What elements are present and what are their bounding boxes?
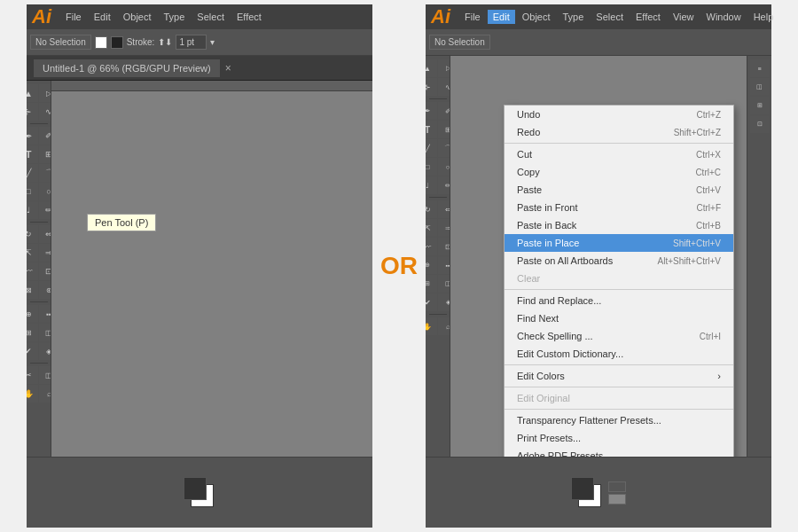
r-rect-tool[interactable]: □	[426, 158, 437, 176]
menu-paste-back[interactable]: Paste in Back Ctrl+B	[505, 216, 733, 234]
scissors-tool[interactable]: ✂	[27, 366, 38, 384]
r-type-tool[interactable]: T	[426, 121, 437, 138]
type-tool[interactable]: T	[27, 145, 38, 163]
r-add-anchor[interactable]: ✐	[438, 102, 450, 120]
r-mesh-tool[interactable]: ⊞	[426, 275, 437, 293]
foreground-color-box[interactable]	[184, 477, 207, 500]
r-area-type[interactable]: ⊞	[438, 121, 450, 138]
menu-check-spelling[interactable]: Check Spelling ... Ctrl+I	[505, 327, 733, 345]
right-menu-type[interactable]: Type	[558, 10, 590, 24]
shear-tool[interactable]: ⇒	[39, 244, 51, 262]
menu-redo[interactable]: Redo Shift+Ctrl+Z	[505, 123, 733, 141]
mesh-tool[interactable]: ⊞	[27, 324, 38, 341]
right-menu-view[interactable]: View	[668, 10, 700, 24]
r-selection-tool[interactable]: ▲	[426, 59, 437, 77]
blend-tool[interactable]: ◈	[39, 342, 51, 360]
rotate-tool[interactable]: ↻	[27, 225, 38, 243]
menu-find-replace[interactable]: Find and Replace...	[505, 292, 733, 309]
area-type-tool[interactable]: ⊞	[39, 145, 51, 163]
menu-transparency-presets[interactable]: Transparency Flattener Presets...	[505, 411, 733, 429]
selection-tool[interactable]: ▲	[27, 84, 38, 102]
right-menu-help[interactable]: Help	[748, 10, 779, 24]
r-mode-box-2[interactable]	[608, 494, 626, 505]
column-graph-tool[interactable]: ▪▪	[39, 305, 51, 323]
right-menu-edit[interactable]: Edit	[488, 10, 515, 24]
menu-custom-dict[interactable]: Edit Custom Dictionary...	[505, 345, 733, 363]
r-direct-select[interactable]: ▷	[438, 59, 450, 77]
right-menu-effect[interactable]: Effect	[630, 10, 666, 24]
lasso-tool[interactable]: ∿	[39, 103, 51, 121]
left-menu-edit[interactable]: Edit	[89, 10, 116, 24]
r-pencil-tool[interactable]: ✏	[438, 176, 450, 194]
right-menu-file[interactable]: File	[459, 10, 486, 24]
line-tool[interactable]: ╱	[27, 164, 38, 182]
left-tab-close[interactable]: ×	[225, 62, 231, 74]
r-ellipse-tool[interactable]: ○	[438, 158, 450, 176]
scale-tool[interactable]: ⇱	[27, 244, 38, 262]
warp-tool[interactable]: 〰	[27, 262, 38, 280]
r-warp-tool[interactable]: 〰	[426, 238, 437, 255]
menu-undo[interactable]: Undo Ctrl+Z	[505, 106, 733, 123]
r-magic-wand[interactable]: ⊱	[426, 78, 437, 96]
left-menu-select[interactable]: Select	[192, 10, 230, 24]
r-blend-tool[interactable]: ◈	[438, 293, 450, 311]
menu-paste-in-place[interactable]: Paste in Place Shift+Ctrl+V	[505, 234, 733, 252]
right-menu-window[interactable]: Window	[701, 10, 747, 24]
r-rotate-tool[interactable]: ↻	[426, 200, 437, 218]
menu-paste-all-artboards[interactable]: Paste on All Artboards Alt+Shift+Ctrl+V	[505, 252, 733, 270]
r-gradient-tool[interactable]: ◫	[438, 275, 450, 293]
ellipse-tool[interactable]: ○	[39, 183, 51, 200]
r-hand-tool[interactable]: ✋	[426, 317, 437, 335]
menu-pdf-presets[interactable]: Adobe PDF Presets...	[505, 447, 733, 457]
r-foreground-color[interactable]	[571, 477, 594, 500]
menu-paste-front[interactable]: Paste in Front Ctrl+F	[505, 199, 733, 216]
puppet-warp-tool[interactable]: ⊛	[39, 281, 51, 299]
r-arc-tool[interactable]: ⌒	[438, 139, 450, 157]
left-menu-type[interactable]: Type	[159, 10, 191, 24]
r-mode-box-1[interactable]	[608, 481, 626, 492]
r-color-selector[interactable]	[571, 477, 603, 509]
menu-find-next[interactable]: Find Next	[505, 309, 733, 327]
right-menu-select[interactable]: Select	[591, 10, 629, 24]
r-width-tool[interactable]: ⊡	[438, 238, 450, 255]
r-side-icon-3[interactable]: ⊞	[750, 97, 770, 114]
stroke-arrows[interactable]: ⬆⬇	[158, 37, 172, 47]
r-reflect-tool[interactable]: ⇔	[438, 200, 450, 218]
stroke-value-input[interactable]	[176, 35, 207, 50]
stroke-swatch[interactable]	[111, 36, 123, 49]
r-line-tool[interactable]: ╱	[426, 139, 437, 157]
menu-edit-colors[interactable]: Edit Colors ›	[505, 367, 733, 385]
r-shear-tool[interactable]: ⇒	[438, 219, 450, 237]
menu-print-presets[interactable]: Print Presets...	[505, 429, 733, 447]
r-side-icon-4[interactable]: ⊡	[750, 115, 770, 133]
gradient-tool[interactable]: ◫	[39, 324, 51, 341]
magic-wand-tool[interactable]: ⊱	[27, 103, 38, 121]
menu-paste[interactable]: Paste Ctrl+V	[505, 181, 733, 199]
symbol-sprayer-tool[interactable]: ⊕	[27, 305, 38, 323]
fill-swatch[interactable]	[95, 36, 107, 49]
r-eyedropper[interactable]: ✔	[426, 293, 437, 311]
direct-select-tool[interactable]: ▷	[39, 84, 51, 102]
arc-tool[interactable]: ⌒	[39, 164, 51, 182]
menu-copy[interactable]: Copy Ctrl+C	[505, 163, 733, 181]
r-brush-tool[interactable]: ♩	[426, 176, 437, 194]
paintbrush-tool[interactable]: ♩	[27, 201, 38, 219]
r-side-icon-2[interactable]: ◫	[750, 78, 770, 96]
pencil-tool[interactable]: ✏	[39, 201, 51, 219]
r-symbol-sprayer[interactable]: ⊕	[426, 256, 437, 274]
add-anchor-tool[interactable]: ✐	[39, 127, 51, 145]
r-zoom-tool[interactable]: ⌕	[438, 317, 450, 335]
r-scale-tool[interactable]: ⇱	[426, 219, 437, 237]
free-transform-tool[interactable]: ⊠	[27, 281, 38, 299]
left-menu-file[interactable]: File	[60, 10, 87, 24]
hand-tool[interactable]: ✋	[27, 385, 38, 403]
left-tab-title[interactable]: Untitled-1 @ 66% (RGB/GPU Preview)	[34, 59, 220, 77]
zoom-tool[interactable]: ⌕	[39, 385, 51, 403]
r-graph-tool[interactable]: ▪▪	[438, 256, 450, 274]
menu-cut[interactable]: Cut Ctrl+X	[505, 145, 733, 163]
stroke-dropdown[interactable]: ▾	[210, 37, 215, 47]
r-pen-tool[interactable]: ✒	[426, 102, 437, 120]
color-selector[interactable]	[184, 477, 215, 509]
right-menu-object[interactable]: Object	[517, 10, 556, 24]
width-tool[interactable]: ⊡	[39, 262, 51, 280]
